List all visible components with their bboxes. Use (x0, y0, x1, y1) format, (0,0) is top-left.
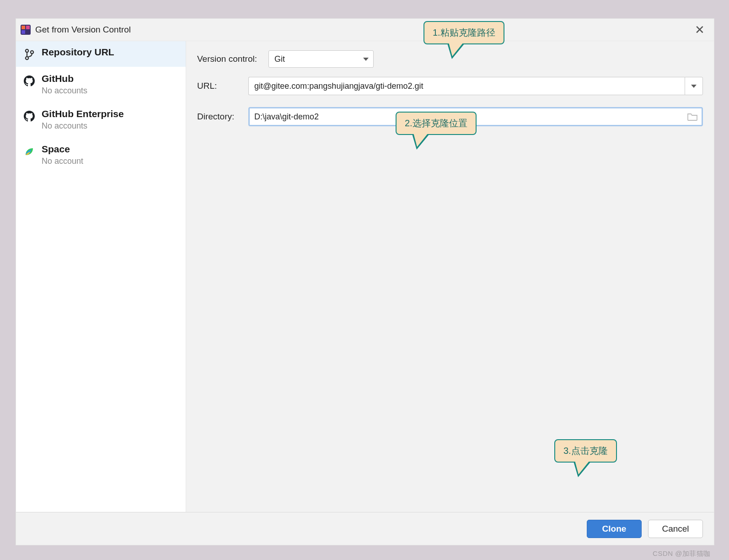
callout-tail-icon (412, 134, 429, 150)
callout-text: 2.选择克隆位置 (405, 118, 467, 128)
sidebar-item-sub: No account (42, 156, 83, 166)
url-input[interactable] (248, 77, 685, 95)
sidebar-item-sub: No accounts (42, 86, 87, 96)
version-control-value: Git (274, 54, 363, 64)
sidebar-item-label: GitHub Enterprise (42, 108, 124, 119)
svg-point-5 (26, 57, 28, 59)
svg-point-4 (26, 49, 28, 52)
annotation-callout-2: 2.选择克隆位置 (396, 112, 477, 135)
watermark: CSDN @加菲猫咖 (653, 549, 711, 558)
annotation-callout-1: 1.粘贴克隆路径 (423, 21, 504, 44)
callout-text: 1.粘贴克隆路径 (433, 27, 495, 38)
annotation-callout-3: 3.点击克隆 (554, 439, 617, 463)
close-icon[interactable]: ✕ (692, 23, 708, 37)
vcs-clone-dialog: Get from Version Control ✕ Repository UR… (16, 18, 714, 545)
sidebar-item-label: Space (42, 144, 83, 155)
button-label: Clone (602, 524, 627, 534)
row-url: URL: (197, 77, 703, 95)
svg-rect-2 (26, 26, 30, 29)
callout-text: 3.点击克隆 (563, 446, 608, 456)
browse-directory-button[interactable] (683, 108, 702, 125)
chevron-down-icon (691, 85, 697, 88)
sidebar-item-github[interactable]: GitHub No accounts (16, 67, 186, 102)
sidebar: Repository URL GitHub No accounts GitHub… (16, 41, 186, 512)
button-label: Cancel (662, 524, 689, 534)
dialog-footer: Clone Cancel (16, 512, 714, 545)
callout-tail-icon (574, 462, 591, 477)
label-version-control: Version control: (197, 54, 268, 64)
url-field-wrap (248, 77, 703, 95)
titlebar: Get from Version Control ✕ (16, 19, 714, 41)
sidebar-item-repository-url[interactable]: Repository URL (16, 41, 186, 67)
sidebar-item-space[interactable]: Space No account (16, 137, 186, 172)
svg-rect-3 (21, 30, 25, 34)
url-history-button[interactable] (685, 77, 703, 95)
cancel-button[interactable]: Cancel (648, 520, 703, 538)
dialog-title: Get from Version Control (35, 25, 131, 35)
clone-button[interactable]: Clone (587, 520, 642, 538)
branch-icon (22, 48, 36, 61)
sidebar-item-label: GitHub (42, 73, 87, 84)
folder-icon (687, 113, 697, 121)
sidebar-item-label: Repository URL (42, 47, 114, 58)
sidebar-item-sub: No accounts (42, 121, 124, 131)
github-icon (22, 74, 36, 88)
space-icon (22, 145, 36, 158)
label-directory: Directory: (197, 112, 248, 122)
callout-tail-icon (447, 43, 465, 59)
github-icon (22, 109, 36, 123)
version-control-select[interactable]: Git (268, 50, 374, 68)
app-icon (20, 24, 32, 36)
svg-point-6 (31, 51, 33, 54)
label-url: URL: (197, 81, 248, 91)
svg-rect-1 (21, 26, 25, 29)
sidebar-item-github-enterprise[interactable]: GitHub Enterprise No accounts (16, 102, 186, 137)
chevron-down-icon (363, 58, 369, 61)
